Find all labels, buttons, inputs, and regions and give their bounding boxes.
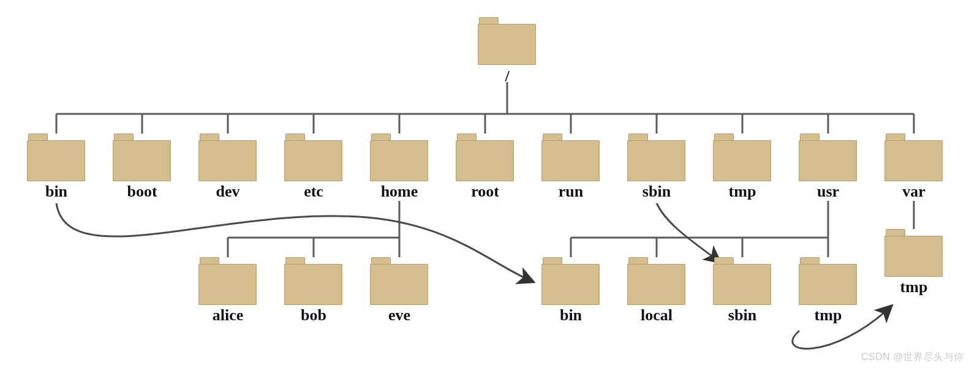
label-eve: eve [356,306,442,325]
label-usr-bin: bin [528,306,614,325]
folder-var-tmp [884,229,943,277]
label-usr: usr [785,182,871,201]
folder-etc [284,133,342,181]
folder-root [478,17,536,65]
folder-usr-tmp [799,257,857,305]
folder-tmp [713,133,771,181]
label-var-tmp: tmp [871,278,957,296]
label-home: home [356,182,442,201]
label-boot: boot [99,182,185,201]
label-root: / [464,67,550,86]
label-root-dir: root [442,182,528,201]
folder-usr [799,133,857,181]
label-etc: etc [271,182,356,201]
folder-bin [27,133,85,181]
label-bob: bob [271,306,356,325]
folder-usr-bin [541,257,600,305]
label-var: var [871,182,957,201]
folder-usr-sbin [713,257,771,305]
folder-home [370,133,428,181]
label-run: run [528,182,614,201]
symlink-sbin-to-usr-sbin [657,203,720,262]
folder-run [541,133,600,181]
label-sbin: sbin [614,182,699,201]
label-usr-tmp: tmp [785,306,871,325]
label-dev: dev [185,182,271,201]
folder-sbin [627,133,685,181]
watermark: CSDN @世界尽头与你 [861,351,964,364]
folder-bob [284,257,342,305]
folder-usr-local [627,257,685,305]
folder-var [884,133,943,181]
folder-eve [370,257,428,305]
folder-dev [198,133,257,181]
folder-boot [113,133,171,181]
label-usr-local: local [614,306,699,325]
folder-alice [198,257,257,305]
label-bin: bin [13,182,99,201]
label-alice: alice [185,306,271,325]
label-usr-sbin: sbin [699,306,785,325]
label-tmp: tmp [699,182,785,201]
folder-root-dir [456,133,514,181]
